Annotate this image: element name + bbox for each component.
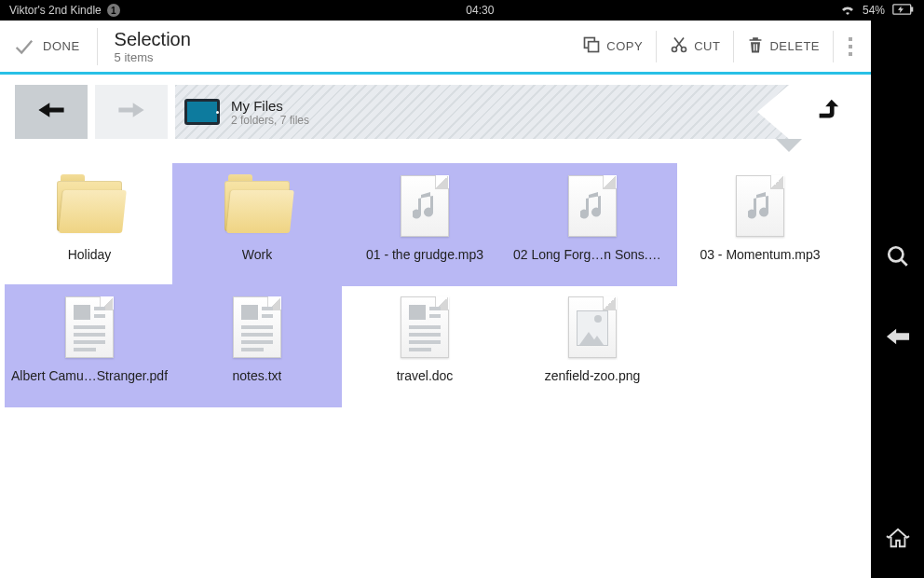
audio-icon <box>555 169 630 243</box>
sys-search-button[interactable] <box>886 244 910 268</box>
system-bar <box>871 21 924 578</box>
svg-rect-7 <box>756 44 757 50</box>
nav-forward-button[interactable] <box>95 85 168 139</box>
overflow-menu-button[interactable] <box>834 35 867 58</box>
svg-point-8 <box>889 247 903 261</box>
breadcrumb-detail: 2 folders, 7 files <box>231 114 309 127</box>
file-item[interactable]: 02 Long Forg…n Sons.mp3 <box>508 163 677 286</box>
arrow-right-icon <box>116 99 147 125</box>
doc-icon <box>387 290 462 365</box>
sys-back-button[interactable] <box>886 324 910 349</box>
clock: 04:30 <box>120 4 840 17</box>
svg-rect-3 <box>589 42 599 52</box>
file-item[interactable]: travel.doc <box>340 284 510 407</box>
audio-icon <box>723 169 797 243</box>
file-label: notes.txt <box>233 368 282 383</box>
file-item[interactable]: Work <box>172 163 342 286</box>
file-label: Albert Camu…Stranger.pdf <box>11 368 168 383</box>
app-panel: DONE Selection 5 items COPY CU <box>0 21 871 578</box>
doc-icon <box>52 290 127 365</box>
file-label: 03 - Momentum.mp3 <box>700 247 820 262</box>
selection-action-bar: DONE Selection 5 items COPY CU <box>0 21 871 75</box>
arrow-left-icon <box>35 99 67 125</box>
audio-icon <box>387 169 462 243</box>
notif-badge: 1 <box>107 4 120 17</box>
copy-label: COPY <box>606 39 643 53</box>
battery-icon <box>892 4 915 18</box>
overflow-icon <box>849 35 852 58</box>
breadcrumb-name: My Files <box>231 98 309 114</box>
cut-icon <box>670 35 688 57</box>
doc-icon <box>220 290 294 365</box>
copy-icon <box>582 35 601 57</box>
selection-title: Selection <box>115 29 570 50</box>
delete-label: DELETE <box>769 39 820 53</box>
trash-icon <box>747 35 764 57</box>
battery-pct: 54% <box>863 4 885 17</box>
file-item[interactable]: notes.txt <box>172 284 342 407</box>
nav-back-button[interactable] <box>15 85 88 139</box>
file-label: 02 Long Forg…n Sons.mp3 <box>513 247 672 262</box>
folder-icon <box>52 169 127 243</box>
wifi-icon <box>840 4 855 18</box>
cut-label: CUT <box>694 39 720 53</box>
breadcrumb[interactable]: My Files 2 folders, 7 files <box>175 85 789 139</box>
nav-bar: My Files 2 folders, 7 files <box>0 75 871 149</box>
file-label: Work <box>242 247 272 262</box>
file-label: travel.doc <box>397 368 454 383</box>
file-label: 01 - the grudge.mp3 <box>366 247 483 262</box>
status-bar: Viktor's 2nd Kindle 1 04:30 54% <box>0 0 924 21</box>
svg-rect-6 <box>754 44 754 50</box>
tablet-icon <box>184 99 220 125</box>
file-label: Holiday <box>68 247 112 262</box>
svg-rect-1 <box>911 7 914 11</box>
file-item[interactable]: 01 - the grudge.mp3 <box>340 163 510 286</box>
copy-button[interactable]: COPY <box>569 28 656 65</box>
file-grid: HolidayWork01 - the grudge.mp302 Long Fo… <box>0 149 871 578</box>
delete-button[interactable]: DELETE <box>734 28 833 65</box>
done-label: DONE <box>43 39 80 53</box>
nav-up-button[interactable] <box>800 85 856 139</box>
file-item[interactable]: Albert Camu…Stranger.pdf <box>5 284 174 407</box>
file-item[interactable]: zenfield-zoo.png <box>508 284 677 407</box>
done-button[interactable]: DONE <box>13 28 98 65</box>
check-icon <box>13 37 32 56</box>
folder-icon <box>220 169 294 243</box>
image-icon <box>555 290 630 365</box>
arrow-up-turn-icon <box>814 96 842 128</box>
device-name: Viktor's 2nd Kindle <box>9 4 102 17</box>
file-item[interactable]: Holiday <box>5 163 174 286</box>
selection-subtitle: 5 items <box>115 50 570 64</box>
file-item[interactable]: 03 - Momentum.mp3 <box>675 163 845 286</box>
cut-button[interactable]: CUT <box>657 28 733 65</box>
sys-home-button[interactable] <box>886 526 910 550</box>
file-label: zenfield-zoo.png <box>545 368 641 383</box>
